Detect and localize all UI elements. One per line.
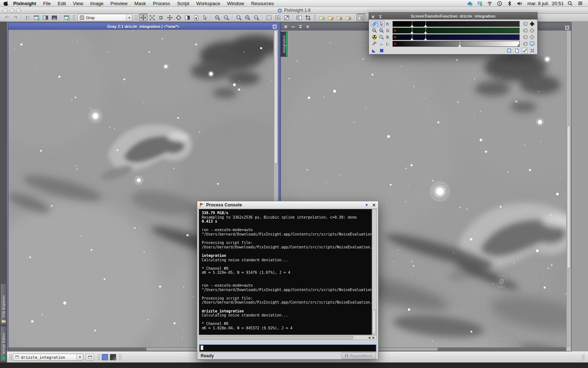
edit-stf-mode-icon[interactable]	[378, 21, 385, 27]
console-output[interactable]: 338.79 MiB/sResampling to 3362x2536 px, …	[199, 209, 372, 335]
auto-stretch-icon[interactable]	[371, 34, 378, 40]
show-mask-icon[interactable]	[50, 14, 59, 21]
zoom-1-1-icon[interactable]	[234, 14, 243, 21]
console-title-bar[interactable]: Process Console ▼ ×	[197, 201, 378, 209]
menu-item-mask[interactable]: Mask	[135, 1, 146, 6]
center-view-icon[interactable]	[174, 14, 183, 21]
console-command-input[interactable]	[199, 344, 377, 352]
toolbar-grip[interactable]	[9, 354, 12, 361]
stf-histogram-strip[interactable]: ×	[392, 41, 520, 47]
crop-mode-icon[interactable]	[304, 14, 312, 21]
stf-slider-handle[interactable]	[460, 41, 460, 46]
workspace-color-swatch-gray[interactable]	[110, 354, 116, 360]
stf-slider-handle[interactable]	[412, 35, 412, 40]
wifi-icon[interactable]	[487, 1, 492, 6]
zoom-out-icon[interactable]	[222, 14, 231, 21]
console-resize-grip[interactable]	[199, 341, 377, 343]
dropdown-arrow-icon[interactable]: ▾	[76, 354, 83, 360]
console-horizontal-scrollbar[interactable]: ◀ ▶	[199, 335, 377, 340]
toolbar-grip[interactable]	[582, 354, 584, 361]
zoom-in-mode-icon[interactable]	[148, 14, 157, 21]
edit-identifier-icon[interactable]	[24, 14, 32, 21]
stf-histogram-strip[interactable]: ×	[392, 28, 520, 33]
menu-item-resources[interactable]: Resources	[251, 1, 274, 6]
background-mode-icon[interactable]	[379, 48, 384, 53]
color-space-selector[interactable]: Gray▾	[78, 14, 133, 21]
new-preview-icon[interactable]	[62, 14, 71, 21]
stf-histogram-strip[interactable]	[392, 21, 520, 27]
zoom-in-icon[interactable]	[213, 14, 222, 21]
reset-zoom-icon[interactable]	[530, 48, 535, 53]
process-console-window[interactable]: Process Console ▼ × 338.79 MiB/sResampli…	[197, 201, 379, 360]
zoom-to-fit-icon[interactable]	[243, 14, 252, 21]
menu-item-pixinsight[interactable]: PixInsight	[13, 1, 36, 6]
new-image-icon[interactable]	[32, 14, 41, 21]
active-image-selector[interactable]: drizzle_integration ▾	[13, 354, 83, 361]
zoom-out-icon[interactable]	[378, 34, 385, 40]
toolbar-grip[interactable]	[313, 15, 316, 21]
new-instance-icon[interactable]	[514, 48, 520, 53]
move-mode-icon[interactable]	[165, 14, 174, 21]
enable-stf-checkbox[interactable]	[522, 48, 527, 53]
vertical-scrollbar[interactable]	[566, 31, 571, 347]
scrollbar-thumb[interactable]	[200, 336, 353, 339]
stf-title-bar[interactable]: ScreenTransferFunction: drizzle_integrat…	[369, 13, 537, 20]
dropdown-arrow-icon[interactable]: ▾	[126, 15, 132, 21]
link-rgb-channels-icon[interactable]	[371, 21, 378, 27]
show-main-view-icon[interactable]	[41, 14, 50, 21]
sidebar-tab-file-explorer[interactable]: File Explorer	[0, 283, 7, 325]
volume-icon[interactable]	[517, 1, 522, 6]
edit-preview-mode-icon[interactable]	[273, 14, 282, 21]
midtones-grid-icon[interactable]	[528, 34, 535, 40]
shade-icon[interactable]	[378, 13, 384, 19]
close-icon[interactable]	[371, 13, 376, 19]
zoom-out-mode-icon[interactable]	[157, 14, 165, 21]
menubar-clock[interactable]: mar. 8 juil. 20:51	[527, 1, 564, 6]
midtones-grid-icon[interactable]	[528, 28, 535, 33]
readout-mode-icon[interactable]	[192, 14, 201, 21]
bluetooth-icon[interactable]	[507, 1, 512, 6]
edit-process-icon-button[interactable]	[326, 14, 335, 21]
redo-icon[interactable]: ↷	[11, 14, 20, 21]
stf-slider-handle[interactable]	[412, 28, 412, 33]
menu-item-view[interactable]: View	[73, 1, 83, 6]
clear-channel-button[interactable]	[521, 41, 528, 47]
console-vertical-scrollbar[interactable]	[372, 209, 377, 335]
spotlight-search-icon[interactable]	[567, 1, 573, 6]
maximize-icon[interactable]	[272, 24, 277, 29]
track-view-checkbox[interactable]	[506, 48, 512, 53]
stf-settings-icon[interactable]	[371, 40, 378, 47]
scroll-right-arrow-icon[interactable]: ▶	[373, 336, 375, 340]
menu-item-edit[interactable]: Edit	[58, 1, 66, 6]
workspace-color-swatch-blue[interactable]	[102, 354, 108, 360]
pause-abort-button[interactable]: Pause/Abort	[341, 353, 376, 359]
view-explorer-icon[interactable]	[356, 14, 365, 21]
menu-item-workspace[interactable]: Workspace	[196, 1, 220, 6]
cloud-sync-icon[interactable]	[467, 1, 473, 6]
menu-item-window[interactable]: Window	[227, 1, 244, 6]
stf-slider-handle[interactable]	[426, 35, 426, 40]
new-process-icon-button[interactable]	[318, 14, 326, 21]
menu-item-image[interactable]: Image	[90, 1, 103, 6]
pan-mode-icon[interactable]	[139, 14, 148, 21]
view-selector-tab-integration[interactable]: integration	[281, 32, 287, 57]
zoom-in-mode-icon[interactable]	[371, 27, 378, 34]
menu-item-file[interactable]: File	[43, 1, 51, 6]
scroll-left-arrow-icon[interactable]: ◀	[368, 336, 370, 340]
time-machine-icon[interactable]	[497, 1, 502, 6]
black-point-readout-icon[interactable]	[371, 48, 377, 53]
scrollbar-thumb[interactable]	[567, 125, 571, 268]
menu-item-script[interactable]: Script	[177, 1, 189, 6]
new-preview-mode-icon[interactable]	[265, 14, 273, 21]
stf-slider-handle[interactable]	[426, 21, 426, 26]
stf-dialog[interactable]: ScreenTransferFunction: drizzle_integrat…	[369, 12, 538, 54]
clear-channel-button[interactable]	[521, 21, 528, 27]
stf-histogram-strip[interactable]: ×	[392, 34, 520, 40]
screen-display-icon[interactable]	[528, 41, 535, 47]
notification-center-icon[interactable]	[578, 1, 583, 6]
dropbox-icon[interactable]	[477, 1, 483, 6]
preview-to-image-icon[interactable]	[282, 14, 291, 21]
menu-item-process[interactable]: Process	[153, 1, 170, 6]
scroll-mode-icon[interactable]: ↔	[378, 40, 385, 47]
toolbar-grip[interactable]	[119, 354, 121, 361]
